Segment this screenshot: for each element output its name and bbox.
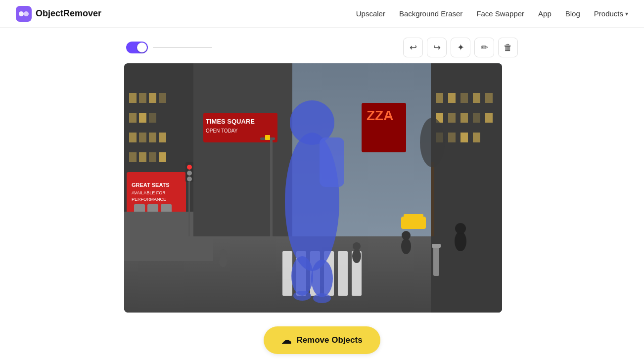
- svg-rect-26: [149, 152, 156, 162]
- svg-rect-53: [436, 93, 443, 103]
- toggle-switch[interactable]: [126, 42, 148, 53]
- svg-rect-55: [460, 93, 468, 103]
- svg-rect-57: [485, 93, 493, 103]
- brand-name: ObjectRemover: [36, 8, 101, 19]
- pencil-icon: ✏: [481, 42, 488, 53]
- trash-icon: 🗑: [504, 43, 512, 53]
- svg-rect-95: [432, 244, 441, 248]
- redo-button[interactable]: ↪: [427, 38, 447, 57]
- svg-point-75: [219, 255, 227, 267]
- logo[interactable]: ObjectRemover: [16, 6, 101, 22]
- svg-text:ZZA: ZZA: [367, 108, 393, 123]
- svg-point-88: [313, 293, 331, 303]
- svg-rect-69: [265, 135, 270, 140]
- editor-top-bar: ↩ ↪ ✦ ✏ 🗑: [124, 38, 520, 57]
- svg-rect-20: [129, 133, 137, 142]
- button-area: ☁ Remove Objects: [124, 313, 520, 354]
- svg-rect-25: [139, 152, 146, 162]
- cloud-upload-icon: ☁: [281, 334, 291, 346]
- nav-background-eraser[interactable]: Background Eraser: [399, 9, 462, 18]
- svg-rect-60: [460, 113, 468, 123]
- svg-rect-13: [129, 93, 137, 103]
- svg-point-1: [19, 11, 24, 16]
- svg-rect-21: [139, 133, 146, 142]
- nav-face-swapper[interactable]: Face Swapper: [476, 9, 524, 18]
- magic-icon: ✦: [457, 42, 464, 53]
- svg-rect-94: [433, 246, 439, 276]
- toggle-knob: [137, 43, 147, 52]
- svg-rect-54: [448, 93, 456, 103]
- svg-point-2: [24, 11, 29, 16]
- svg-rect-14: [139, 93, 146, 103]
- svg-point-74: [187, 177, 192, 181]
- redo-icon: ↪: [433, 42, 441, 53]
- main-nav: Upscaler Background Eraser Face Swapper …: [356, 9, 628, 18]
- magic-select-button[interactable]: ✦: [451, 38, 470, 57]
- nav-app[interactable]: App: [538, 9, 552, 18]
- delete-button[interactable]: 🗑: [498, 38, 518, 57]
- svg-rect-22: [149, 133, 156, 142]
- svg-text:OPEN TODAY: OPEN TODAY: [206, 128, 238, 134]
- svg-text:AVAILABLE FOR: AVAILABLE FOR: [132, 190, 166, 195]
- svg-point-76: [220, 249, 227, 256]
- undo-icon: ↩: [410, 42, 417, 53]
- svg-rect-93: [404, 214, 423, 222]
- svg-rect-66: [473, 133, 480, 142]
- nav-products[interactable]: Products ▾: [594, 9, 628, 18]
- nav-blog[interactable]: Blog: [565, 9, 580, 18]
- svg-rect-40: [282, 251, 292, 296]
- svg-rect-23: [159, 133, 166, 142]
- nav-upscaler[interactable]: Upscaler: [356, 9, 385, 18]
- svg-rect-17: [129, 113, 137, 123]
- svg-rect-62: [485, 113, 493, 123]
- svg-point-82: [455, 223, 466, 234]
- svg-point-73: [187, 171, 192, 176]
- svg-rect-16: [159, 93, 166, 103]
- svg-rect-89: [320, 137, 344, 187]
- svg-rect-27: [159, 152, 166, 162]
- svg-text:GREAT SEATS: GREAT SEATS: [132, 182, 170, 188]
- toggle-area: [126, 42, 212, 53]
- remove-objects-button[interactable]: ☁ Remove Objects: [264, 326, 380, 354]
- svg-rect-46: [193, 63, 292, 236]
- svg-rect-90: [431, 162, 434, 236]
- action-icons: ↩ ↪ ✦ ✏ 🗑: [403, 38, 518, 57]
- svg-point-86: [311, 260, 333, 297]
- editor-container: ↩ ↪ ✦ ✏ 🗑: [124, 38, 520, 354]
- svg-text:PERFORMANCE: PERFORMANCE: [132, 197, 166, 202]
- nav-products-label: Products: [594, 9, 623, 18]
- svg-point-80: [402, 231, 411, 240]
- svg-point-85: [291, 256, 313, 296]
- logo-icon: [16, 6, 32, 22]
- svg-rect-61: [473, 113, 480, 123]
- svg-point-81: [455, 231, 466, 251]
- svg-point-79: [401, 238, 411, 254]
- svg-rect-44: [338, 251, 348, 296]
- svg-point-77: [352, 249, 361, 263]
- toggle-line: [153, 47, 212, 48]
- svg-point-78: [353, 242, 361, 250]
- undo-button[interactable]: ↩: [403, 38, 423, 57]
- svg-rect-56: [473, 93, 480, 103]
- svg-point-87: [293, 291, 311, 301]
- main-content: ↩ ↪ ✦ ✏ 🗑: [0, 28, 644, 361]
- svg-rect-15: [149, 93, 156, 103]
- svg-rect-64: [448, 133, 456, 142]
- svg-rect-67: [270, 137, 273, 236]
- svg-text:TIMES SQUARE: TIMES SQUARE: [206, 118, 255, 125]
- svg-rect-18: [139, 113, 146, 123]
- svg-rect-59: [448, 113, 456, 123]
- city-scene-svg: GREAT SEATS AVAILABLE FOR PERFORMANCE IN…: [124, 63, 502, 313]
- pencil-button[interactable]: ✏: [474, 38, 494, 57]
- svg-point-91: [420, 118, 445, 167]
- svg-rect-65: [460, 133, 468, 142]
- header: ObjectRemover Upscaler Background Eraser…: [0, 0, 644, 28]
- svg-rect-24: [129, 152, 137, 162]
- image-canvas[interactable]: GREAT SEATS AVAILABLE FOR PERFORMANCE IN…: [124, 63, 502, 313]
- svg-point-72: [187, 165, 192, 170]
- svg-rect-19: [149, 113, 156, 123]
- remove-objects-label: Remove Objects: [296, 335, 362, 345]
- chevron-down-icon: ▾: [625, 10, 628, 17]
